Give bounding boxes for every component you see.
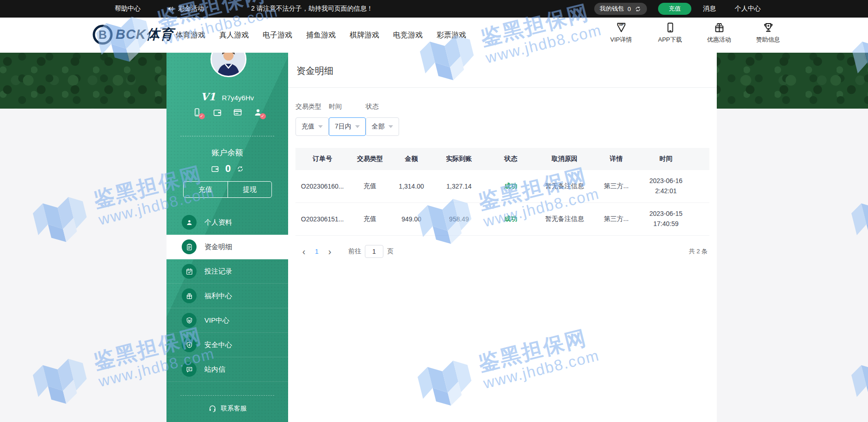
filter-group: 状态 全部 [366,103,399,136]
quick-action-icon [762,21,775,34]
verification-icon[interactable] [192,107,202,117]
contact-support-button[interactable]: 联系客服 [166,404,288,413]
main-navbar: B BCK体育 体育游戏真人游戏电子游戏捕鱼游戏棋牌游戏电竞游戏彩票游戏 VIP… [0,18,868,53]
refresh-balance-icon[interactable] [236,165,244,173]
sidebar-menu-icon [182,288,197,303]
topbar-recharge-button[interactable]: 充值 [658,3,691,15]
messages-link[interactable]: 消息 [703,0,716,18]
cell-order-id: O202306160... [295,183,349,190]
next-page-button[interactable]: › [323,247,336,256]
cell-order-id: O202306151... [295,215,349,223]
quick-action-icon [713,21,726,34]
nav-menu: 体育游戏真人游戏电子游戏捕鱼游戏棋牌游戏电竞游戏彩票游戏 [176,18,466,53]
refresh-icon[interactable] [634,6,641,12]
filter-select[interactable]: 全部 [366,117,399,136]
divider [180,136,274,136]
cell-reason: 暂无备注信息 [536,182,593,190]
wallet-icon [210,164,220,173]
help-center-link[interactable]: 帮助中心 [115,0,141,18]
nav-menu-item[interactable]: 电竞游戏 [393,31,423,40]
sidebar-menu-label: 资金明细 [204,243,232,251]
nav-menu-item[interactable]: 捕鱼游戏 [306,31,336,40]
nav-menu-item[interactable]: 真人游戏 [219,31,249,40]
quick-action[interactable]: 赞助信息 [754,21,782,44]
sidebar-menu-item[interactable]: 个人资料 [166,210,288,235]
brand-logo[interactable]: B BCK体育 [92,24,174,45]
cell-time-line: 17:40:59 [639,219,693,229]
sidebar-recharge-button[interactable]: 充值 [184,182,228,197]
watermark-logo-icon [27,188,97,254]
goto-page-group: 前往 页 [348,245,394,258]
sidebar-menu-icon [182,362,197,377]
profile-link[interactable]: 个人中心 [735,0,761,18]
promo-link[interactable]: 彩金活动 [166,0,204,18]
watermark: 鉴黑担保网 www.jhdb8.com [845,158,868,253]
cell-detail[interactable]: 第三方... [593,182,639,190]
wallet-amount: 0 [628,6,631,12]
sidebar-menu-label: 个人资料 [204,218,232,227]
filter-label: 状态 [366,103,399,111]
table-header-cell: 详情 [593,155,639,163]
cell-detail[interactable]: 第三方... [593,215,639,223]
my-wallet-pill[interactable]: 我的钱包 0 [594,3,647,15]
quick-action[interactable]: VIP VIP详情 [607,21,635,44]
promo-label: 彩金活动 [178,5,204,13]
nav-menu-item[interactable]: 电子游戏 [263,31,292,40]
quick-action-label: VIP详情 [610,36,632,44]
nav-quick-actions: VIP VIP详情 APP下载 优惠活动 赞助信息 [607,21,782,44]
nav-menu-item[interactable]: 彩票游戏 [437,31,466,40]
transactions-table: 订单号交易类型金额实际到账状态取消原因详情时间 O202306160... 充值… [295,148,709,236]
table-header-row: 订单号交易类型金额实际到账状态取消原因详情时间 [295,148,709,170]
sidebar-menu-label: VIP中心 [204,316,229,325]
table-header-cell: 取消原因 [536,155,593,163]
quick-action[interactable]: 优惠活动 [705,21,733,44]
filter-select[interactable]: 充值 [295,117,329,136]
table-row[interactable]: O202306160... 充值 1,314.00 1,327.14 成功 暂无… [295,170,709,203]
sidebar-menu-icon [182,337,197,352]
sidebar-menu-icon [182,313,197,328]
goto-page-input[interactable] [365,245,383,258]
table-row[interactable]: O202306151... 充值 949.00 958.49 成功 暂无备注信息… [295,203,709,236]
sidebar-menu-item[interactable]: 安全中心 [166,333,288,357]
cell-amount: 949.00 [391,215,432,223]
filter-selected-value: 7日内 [335,122,351,131]
sidebar-menu-item[interactable]: 资金明细 [166,235,288,259]
watermark: 鉴黑担保网 www.jhdb8.com [845,319,868,415]
page-number-button[interactable]: 1 [310,248,323,255]
balance-row: 0 [166,163,288,175]
cell-date-line: 2023-06-15 [639,209,693,219]
balance-amount: 0 [225,163,231,175]
prev-page-button[interactable]: ‹ [297,247,310,256]
sidebar-menu-item[interactable]: VIP中心 [166,308,288,333]
nav-menu-item[interactable]: 棋牌游戏 [350,31,379,40]
sidebar-menu-item[interactable]: 站内信 [166,357,288,382]
chevron-down-icon [388,125,393,128]
marquee-notice: 2 请注意不法分子，劫持我司页面的信息！ [251,0,373,18]
verification-icon[interactable] [233,107,243,117]
quick-action[interactable]: APP下载 [656,21,684,44]
nav-menu-item[interactable]: 体育游戏 [176,31,205,40]
user-identity: V1 R7y4y6Hv [166,91,288,103]
verification-icon[interactable] [253,107,263,117]
sidebar-menu-item[interactable]: 福利中心 [166,284,288,308]
sidebar-menu-item[interactable]: 投注记录 [166,259,288,284]
wallet-label: 我的钱包 [600,5,624,13]
divider [288,87,717,88]
filter-select[interactable]: 7日内 [329,117,366,136]
page-title: 资金明细 [295,53,709,87]
quick-action-icon [664,21,677,34]
top-status-bar: 帮助中心 彩金活动 2 请注意不法分子，劫持我司页面的信息！ 我的钱包 0 充值… [0,0,868,18]
verification-icon[interactable] [212,107,222,117]
filter-selected-value: 充值 [302,122,314,131]
watermark-logo-icon [845,350,868,416]
balance-actions: 充值 提现 [183,181,272,198]
logo-text: BCK体育 [116,25,174,44]
chevron-down-icon [318,125,323,128]
cell-type: 充值 [349,215,391,223]
sidebar-withdraw-button[interactable]: 提现 [228,182,272,197]
sidebar-menu-label: 投注记录 [204,267,232,276]
cell-reason: 暂无备注信息 [536,215,593,223]
svg-text:VIP: VIP [619,23,623,26]
divider [180,395,274,396]
sidebar-menu-icon [182,239,197,254]
